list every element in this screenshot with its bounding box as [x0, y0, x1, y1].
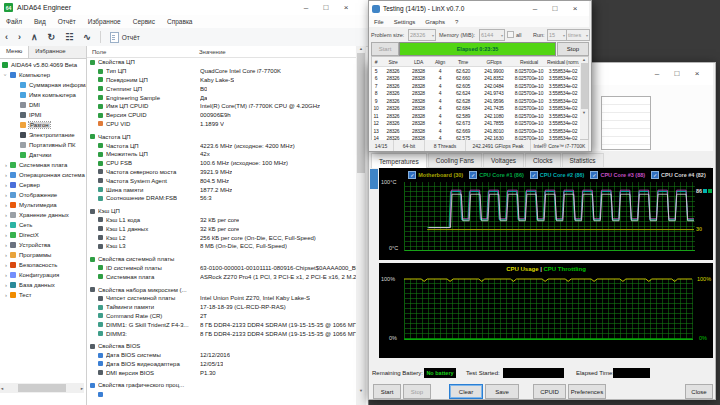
- detail-vertical-scrollbar[interactable]: ▲ ▼: [356, 46, 366, 405]
- detail-row[interactable]: Системная платаASRock Z270 Pro4 (1 PCI, …: [87, 272, 356, 281]
- menu-item[interactable]: Settings: [389, 19, 421, 25]
- column-header[interactable]: GFlops: [477, 59, 511, 65]
- forward-icon[interactable]: ›: [13, 32, 26, 42]
- column-header[interactable]: #: [372, 59, 380, 65]
- tree-item[interactable]: DMI: [0, 100, 86, 110]
- expander-icon[interactable]: ›: [2, 222, 10, 228]
- tree-item[interactable]: Датчики: [0, 150, 86, 160]
- expander-icon[interactable]: ›: [2, 162, 10, 168]
- detail-row[interactable]: Кэш L2256 КБ per core (On-Die, ECC, Full…: [87, 233, 356, 242]
- tree-item[interactable]: Имя компьютера: [0, 90, 86, 100]
- preferences-button[interactable]: Preferences: [568, 384, 606, 399]
- expander-icon[interactable]: ›: [2, 262, 10, 268]
- minimize-icon[interactable]: –: [647, 63, 667, 85]
- times-combo[interactable]: times▾: [566, 29, 590, 41]
- column-header[interactable]: LDA: [406, 59, 431, 65]
- tree-item[interactable]: ›Конфигурация: [0, 270, 86, 280]
- column-header[interactable]: Size: [380, 59, 406, 65]
- detail-row[interactable]: Множитель ЦП42x: [87, 150, 356, 159]
- tab-cooling-fans[interactable]: Cooling Fans: [428, 153, 482, 167]
- column-header[interactable]: Align: [431, 59, 449, 65]
- detail-row[interactable]: Частота северного моста3921.9 MHz: [87, 168, 356, 177]
- detail-row[interactable]: Свойства системной платы: [87, 255, 356, 264]
- detail-row[interactable]: Соотношение DRAM:FSB56:3: [87, 194, 356, 203]
- expander-icon[interactable]: ›: [2, 182, 10, 188]
- expander-icon[interactable]: ›: [2, 282, 10, 288]
- table-vertical-scrollbar[interactable]: ▲ ▼: [580, 56, 589, 140]
- table-row[interactable]: 102832628328462.684241.74358.025700e-103…: [372, 105, 581, 113]
- table-row[interactable]: 62832628328462.660241.83528.025700e-103.…: [372, 75, 581, 83]
- expander-icon[interactable]: ›: [2, 252, 10, 258]
- save-button[interactable]: Save: [485, 384, 519, 399]
- detail-row[interactable]: DIMM3:8 ГБ DDR4-2133 DDR4 SDRAM (19-15-1…: [87, 329, 356, 338]
- expander-icon[interactable]: ›: [2, 202, 10, 208]
- detail-row[interactable]: Частота ЦП: [87, 132, 356, 141]
- detail-row[interactable]: Свойства набора микросхем (...: [87, 285, 356, 294]
- expander-icon[interactable]: ›: [2, 232, 10, 238]
- tree-item[interactable]: ›Операционная система: [0, 170, 86, 180]
- start-button[interactable]: Start: [373, 384, 401, 399]
- expander-icon[interactable]: ›: [2, 292, 10, 298]
- tab-clocks[interactable]: Clocks: [525, 153, 561, 167]
- stop-button[interactable]: Stop: [557, 42, 589, 56]
- table-row[interactable]: 82832628328462.624241.97438.025700e-103.…: [372, 90, 581, 98]
- graphs-left-scrollbar[interactable]: [370, 169, 378, 321]
- tab-temperatures[interactable]: Temperatures: [371, 153, 427, 168]
- expander-icon[interactable]: ›: [3, 71, 9, 79]
- table-row[interactable]: 92832628328462.628241.95968.025700e-103.…: [372, 97, 581, 105]
- menu-item[interactable]: File: [369, 19, 389, 25]
- scrollbar-thumb[interactable]: [357, 53, 365, 173]
- detail-row[interactable]: Шина памяти1877.2 MHz: [87, 185, 356, 194]
- run-combo[interactable]: 15▾: [547, 29, 567, 41]
- nav-tab[interactable]: Меню: [0, 46, 29, 58]
- tree-horizontal-scrollbar[interactable]: ◄ ►: [0, 383, 84, 393]
- tree-item[interactable]: Электропитание: [0, 130, 86, 140]
- maximize-icon[interactable]: □: [316, 0, 336, 15]
- tree-item[interactable]: IPMI: [0, 110, 86, 120]
- scrollbar-thumb[interactable]: [18, 384, 66, 392]
- memory-combo[interactable]: 6144▾: [479, 29, 505, 41]
- tree-item[interactable]: ›Безопасность: [0, 260, 86, 270]
- table-row[interactable]: 72832628328462.605242.04848.025700e-103.…: [372, 82, 581, 90]
- tree-item[interactable]: ›Системная плата: [0, 160, 86, 170]
- close-icon[interactable]: ×: [565, 1, 585, 16]
- detail-row[interactable]: Кэш L38 МБ (On-Die, ECC, Full-Speed): [87, 242, 356, 251]
- menu-item[interactable]: Избранное: [82, 18, 127, 25]
- tree-item[interactable]: ›Отображение: [0, 190, 86, 200]
- menu-item[interactable]: Сервис: [127, 18, 161, 25]
- scroll-down-icon[interactable]: ▼: [356, 388, 366, 393]
- menu-item[interactable]: Файл: [0, 18, 28, 25]
- menu-item[interactable]: Вид: [28, 18, 52, 25]
- column-header[interactable]: Residual: [511, 59, 547, 65]
- detail-row[interactable]: Частота System Agent804.5 MHz: [87, 176, 356, 185]
- detail-row[interactable]: Версия CPUID000906E9h: [87, 111, 356, 120]
- close-button[interactable]: Close: [685, 384, 713, 399]
- menu-item[interactable]: Справка: [161, 18, 199, 25]
- detail-row[interactable]: Свойства BIOS: [87, 342, 356, 351]
- refresh-icon[interactable]: ↻: [43, 32, 61, 42]
- back-icon[interactable]: ‹: [0, 32, 13, 42]
- detail-row[interactable]: ID системной платы63-0100-000001-0010111…: [87, 264, 356, 273]
- users-icon[interactable]: ☷: [60, 32, 78, 42]
- tree-item[interactable]: ›Компьютер: [0, 70, 86, 80]
- menu-item[interactable]: ?: [450, 19, 463, 25]
- detail-row[interactable]: Command Rate (CR)2T: [87, 312, 356, 321]
- detail-row[interactable]: Свойства ЦП: [87, 58, 356, 67]
- scroll-right-icon[interactable]: ►: [80, 386, 84, 391]
- scroll-down-icon[interactable]: ▼: [580, 110, 588, 115]
- menu-item[interactable]: Отчёт: [52, 18, 82, 25]
- detail-row[interactable]: [87, 390, 356, 399]
- detail-row[interactable]: CPU FSB100.6 MHz (исходное: 100 MHz): [87, 159, 356, 168]
- detail-row[interactable]: Частота ЦП4223.6 MHz (исходное: 4200 MHz…: [87, 141, 356, 150]
- nav-tab[interactable]: Избранное: [29, 46, 71, 58]
- column-header[interactable]: Time: [449, 59, 477, 65]
- expander-icon[interactable]: ›: [2, 172, 10, 178]
- tab-voltages[interactable]: Voltages: [483, 153, 524, 167]
- tree-item[interactable]: Суммарная информация: [0, 80, 86, 90]
- problem-size-combo[interactable]: 28326▾: [408, 29, 436, 41]
- close-icon[interactable]: ×: [687, 63, 707, 85]
- all-checkbox[interactable]: all: [507, 28, 522, 41]
- tree-item[interactable]: ›База данных: [0, 280, 86, 290]
- tree-item[interactable]: ›Мультимедиа: [0, 200, 86, 210]
- detail-row[interactable]: Дата BIOS системы12/12/2016: [87, 351, 356, 360]
